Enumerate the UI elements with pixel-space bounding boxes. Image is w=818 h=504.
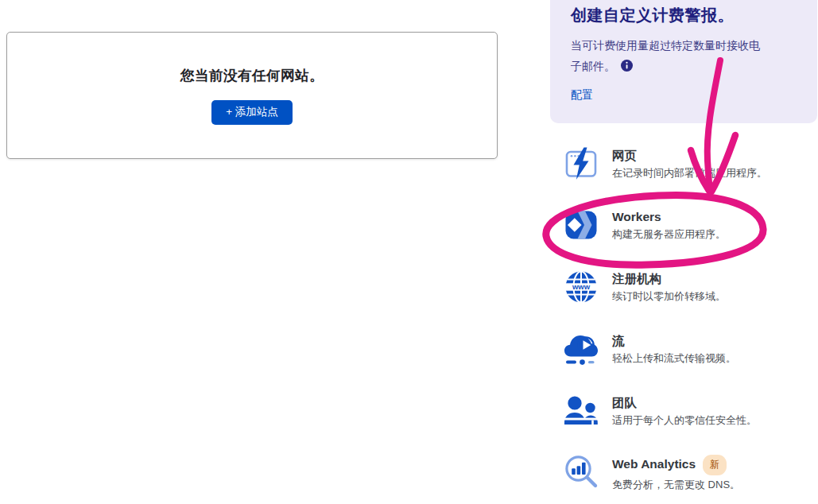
- add-site-button[interactable]: + 添加站点: [211, 100, 293, 125]
- product-title: 网页: [612, 147, 767, 164]
- product-title-text: Web Analytics: [612, 457, 696, 471]
- product-title: 团队: [612, 394, 757, 411]
- info-icon[interactable]: [621, 57, 633, 69]
- product-row-web-analytics[interactable]: Web Analytics新 免费分析，无需更改 DNS。: [564, 454, 810, 491]
- svg-text:www: www: [572, 282, 591, 291]
- web-analytics-magnifier-icon: [564, 454, 599, 489]
- product-row-workers[interactable]: Workers 构建无服务器应用程序。: [564, 207, 810, 242]
- product-title: 流: [612, 332, 736, 349]
- product-description: 在记录时间内部署前端应用程序。: [612, 166, 767, 180]
- product-row-pages[interactable]: 网页 在记录时间内部署前端应用程序。: [564, 146, 810, 181]
- configure-link[interactable]: 配置: [571, 88, 593, 103]
- empty-state-title: 您当前没有任何网站。: [180, 66, 324, 85]
- product-description: 轻松上传和流式传输视频。: [612, 351, 736, 365]
- product-title: Workers: [612, 208, 726, 225]
- product-title: 注册机构: [612, 270, 726, 287]
- billing-alert-description: 当可计费使用量超过特定数量时接收电子邮件。: [571, 35, 768, 76]
- product-row-teams[interactable]: 团队 适用于每个人的零信任安全性。: [564, 394, 810, 428]
- billing-alert-panel: 创建自定义计费警报。 当可计费使用量超过特定数量时接收电子邮件。 配置: [550, 0, 817, 123]
- product-description: 续订时以零加价转移域。: [612, 289, 726, 303]
- stream-cloud-play-icon: [564, 331, 599, 366]
- product-description: 适用于每个人的零信任安全性。: [612, 413, 757, 427]
- product-row-registrar[interactable]: www 注册机构 续订时以零加价转移域。: [564, 269, 810, 304]
- product-title: Web Analytics新: [612, 455, 740, 475]
- billing-alert-title: 创建自定义计费警报。: [571, 5, 797, 26]
- product-description: 构建无服务器应用程序。: [612, 227, 726, 241]
- empty-websites-card: 您当前没有任何网站。 + 添加站点: [6, 32, 498, 159]
- product-row-stream[interactable]: 流 轻松上传和流式传输视频。: [564, 331, 810, 366]
- registrar-globe-icon: www: [564, 269, 599, 304]
- new-badge: 新: [703, 455, 727, 475]
- teams-people-icon: [564, 394, 599, 428]
- product-description: 免费分析，无需更改 DNS。: [612, 478, 740, 491]
- workers-diamond-icon: [564, 207, 599, 242]
- pages-lightning-icon: [564, 146, 599, 181]
- billing-alert-description-text: 当可计费使用量超过特定数量时接收电子邮件。: [571, 39, 760, 72]
